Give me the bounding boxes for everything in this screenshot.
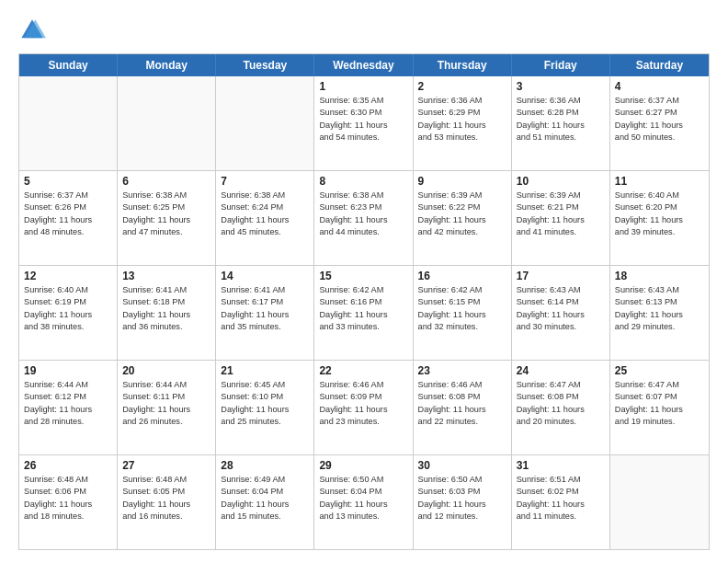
day-number: 22	[319, 364, 407, 377]
week-row-5: 26Sunrise: 6:48 AMSunset: 6:06 PMDayligh…	[19, 455, 709, 549]
day-cell-7: 7Sunrise: 6:38 AMSunset: 6:24 PMDaylight…	[216, 171, 314, 265]
empty-cell	[216, 76, 314, 170]
header-day-sunday: Sunday	[19, 54, 118, 76]
day-info: Sunrise: 6:46 AMSunset: 6:08 PMDaylight:…	[418, 379, 506, 428]
day-cell-23: 23Sunrise: 6:46 AMSunset: 6:08 PMDayligh…	[414, 361, 512, 454]
day-number: 15	[319, 270, 407, 282]
header-day-saturday: Saturday	[610, 54, 709, 76]
day-cell-1: 1Sunrise: 6:35 AMSunset: 6:30 PMDaylight…	[314, 76, 413, 170]
week-row-4: 19Sunrise: 6:44 AMSunset: 6:12 PMDayligh…	[19, 361, 709, 455]
day-cell-16: 16Sunrise: 6:42 AMSunset: 6:15 PMDayligh…	[414, 266, 512, 360]
day-cell-17: 17Sunrise: 6:43 AMSunset: 6:14 PMDayligh…	[512, 266, 610, 360]
header-day-monday: Monday	[118, 54, 216, 76]
day-cell-4: 4Sunrise: 6:37 AMSunset: 6:27 PMDaylight…	[610, 76, 709, 170]
logo-icon	[18, 17, 46, 44]
day-number: 30	[418, 459, 506, 472]
day-info: Sunrise: 6:35 AMSunset: 6:30 PMDaylight:…	[319, 95, 407, 144]
header-day-wednesday: Wednesday	[314, 54, 413, 76]
day-info: Sunrise: 6:36 AMSunset: 6:28 PMDaylight:…	[517, 95, 605, 144]
header-day-thursday: Thursday	[414, 54, 512, 76]
day-info: Sunrise: 6:47 AMSunset: 6:08 PMDaylight:…	[517, 379, 605, 428]
day-info: Sunrise: 6:44 AMSunset: 6:11 PMDaylight:…	[122, 379, 210, 428]
day-info: Sunrise: 6:36 AMSunset: 6:29 PMDaylight:…	[418, 95, 506, 144]
day-number: 12	[24, 270, 112, 282]
day-number: 21	[221, 364, 309, 377]
day-cell-28: 28Sunrise: 6:49 AMSunset: 6:04 PMDayligh…	[216, 455, 314, 549]
day-cell-5: 5Sunrise: 6:37 AMSunset: 6:26 PMDaylight…	[19, 171, 118, 265]
day-number: 19	[24, 364, 112, 377]
day-cell-8: 8Sunrise: 6:38 AMSunset: 6:23 PMDaylight…	[314, 171, 413, 265]
day-number: 31	[517, 459, 605, 472]
empty-cell	[610, 455, 709, 549]
day-info: Sunrise: 6:42 AMSunset: 6:16 PMDaylight:…	[319, 284, 407, 333]
day-cell-19: 19Sunrise: 6:44 AMSunset: 6:12 PMDayligh…	[19, 361, 118, 454]
day-info: Sunrise: 6:41 AMSunset: 6:18 PMDaylight:…	[122, 284, 210, 333]
day-info: Sunrise: 6:37 AMSunset: 6:27 PMDaylight:…	[615, 95, 704, 144]
day-info: Sunrise: 6:37 AMSunset: 6:26 PMDaylight:…	[24, 190, 112, 238]
day-info: Sunrise: 6:50 AMSunset: 6:03 PMDaylight:…	[418, 474, 506, 523]
day-number: 29	[319, 459, 407, 472]
day-cell-24: 24Sunrise: 6:47 AMSunset: 6:08 PMDayligh…	[512, 361, 610, 454]
day-number: 1	[319, 80, 407, 93]
logo	[18, 17, 50, 44]
day-info: Sunrise: 6:43 AMSunset: 6:14 PMDaylight:…	[517, 284, 605, 333]
day-info: Sunrise: 6:48 AMSunset: 6:05 PMDaylight:…	[122, 474, 210, 523]
day-number: 5	[24, 175, 112, 188]
day-info: Sunrise: 6:46 AMSunset: 6:09 PMDaylight:…	[319, 379, 407, 428]
calendar-header-row: SundayMondayTuesdayWednesdayThursdayFrid…	[19, 54, 709, 76]
week-row-3: 12Sunrise: 6:40 AMSunset: 6:19 PMDayligh…	[19, 266, 709, 361]
day-cell-31: 31Sunrise: 6:51 AMSunset: 6:02 PMDayligh…	[512, 455, 610, 549]
day-info: Sunrise: 6:38 AMSunset: 6:25 PMDaylight:…	[122, 190, 210, 238]
day-cell-15: 15Sunrise: 6:42 AMSunset: 6:16 PMDayligh…	[314, 266, 413, 360]
day-number: 7	[221, 175, 309, 188]
day-info: Sunrise: 6:45 AMSunset: 6:10 PMDaylight:…	[221, 379, 309, 428]
day-info: Sunrise: 6:51 AMSunset: 6:02 PMDaylight:…	[517, 474, 605, 523]
day-number: 14	[221, 270, 309, 282]
day-info: Sunrise: 6:39 AMSunset: 6:21 PMDaylight:…	[517, 190, 605, 238]
day-cell-13: 13Sunrise: 6:41 AMSunset: 6:18 PMDayligh…	[118, 266, 216, 360]
day-info: Sunrise: 6:40 AMSunset: 6:20 PMDaylight:…	[615, 190, 704, 238]
day-cell-12: 12Sunrise: 6:40 AMSunset: 6:19 PMDayligh…	[19, 266, 118, 360]
day-number: 17	[517, 270, 605, 282]
day-number: 11	[615, 175, 704, 188]
day-number: 6	[122, 175, 210, 188]
day-number: 8	[319, 175, 407, 188]
header	[18, 17, 710, 44]
day-number: 27	[122, 459, 210, 472]
day-number: 4	[615, 80, 704, 93]
day-info: Sunrise: 6:50 AMSunset: 6:04 PMDaylight:…	[319, 474, 407, 523]
day-cell-9: 9Sunrise: 6:39 AMSunset: 6:22 PMDaylight…	[414, 171, 512, 265]
day-cell-22: 22Sunrise: 6:46 AMSunset: 6:09 PMDayligh…	[314, 361, 413, 454]
header-day-friday: Friday	[512, 54, 610, 76]
day-number: 13	[122, 270, 210, 282]
empty-cell	[19, 76, 118, 170]
day-cell-21: 21Sunrise: 6:45 AMSunset: 6:10 PMDayligh…	[216, 361, 314, 454]
day-info: Sunrise: 6:40 AMSunset: 6:19 PMDaylight:…	[24, 284, 112, 333]
day-cell-14: 14Sunrise: 6:41 AMSunset: 6:17 PMDayligh…	[216, 266, 314, 360]
header-day-tuesday: Tuesday	[216, 54, 314, 76]
day-number: 9	[418, 175, 506, 188]
day-number: 28	[221, 459, 309, 472]
day-cell-26: 26Sunrise: 6:48 AMSunset: 6:06 PMDayligh…	[19, 455, 118, 549]
day-number: 25	[615, 364, 704, 377]
day-cell-3: 3Sunrise: 6:36 AMSunset: 6:28 PMDaylight…	[512, 76, 610, 170]
day-info: Sunrise: 6:42 AMSunset: 6:15 PMDaylight:…	[418, 284, 506, 333]
day-info: Sunrise: 6:38 AMSunset: 6:23 PMDaylight:…	[319, 190, 407, 238]
day-info: Sunrise: 6:38 AMSunset: 6:24 PMDaylight:…	[221, 190, 309, 238]
day-number: 16	[418, 270, 506, 282]
day-number: 3	[517, 80, 605, 93]
day-number: 26	[24, 459, 112, 472]
day-cell-11: 11Sunrise: 6:40 AMSunset: 6:20 PMDayligh…	[610, 171, 709, 265]
empty-cell	[118, 76, 216, 170]
day-cell-29: 29Sunrise: 6:50 AMSunset: 6:04 PMDayligh…	[314, 455, 413, 549]
day-info: Sunrise: 6:44 AMSunset: 6:12 PMDaylight:…	[24, 379, 112, 428]
day-cell-10: 10Sunrise: 6:39 AMSunset: 6:21 PMDayligh…	[512, 171, 610, 265]
day-cell-18: 18Sunrise: 6:43 AMSunset: 6:13 PMDayligh…	[610, 266, 709, 360]
page: SundayMondayTuesdayWednesdayThursdayFrid…	[0, 0, 728, 563]
day-info: Sunrise: 6:48 AMSunset: 6:06 PMDaylight:…	[24, 474, 112, 523]
calendar-body: 1Sunrise: 6:35 AMSunset: 6:30 PMDaylight…	[19, 76, 709, 549]
day-cell-25: 25Sunrise: 6:47 AMSunset: 6:07 PMDayligh…	[610, 361, 709, 454]
day-cell-20: 20Sunrise: 6:44 AMSunset: 6:11 PMDayligh…	[118, 361, 216, 454]
day-info: Sunrise: 6:43 AMSunset: 6:13 PMDaylight:…	[615, 284, 704, 333]
day-number: 2	[418, 80, 506, 93]
